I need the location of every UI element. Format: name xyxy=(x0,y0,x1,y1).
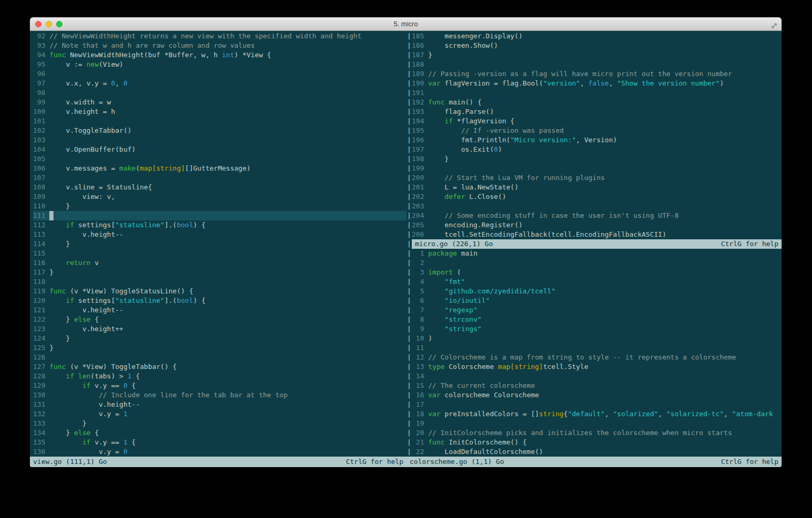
code-line[interactable]: 116 return v xyxy=(33,258,407,268)
code-line[interactable]: 125} xyxy=(33,343,407,353)
code-line[interactable]: 132 v.y = 1 xyxy=(33,409,407,419)
zoom-button[interactable] xyxy=(56,21,62,27)
code-line[interactable]: 113 v.height-- xyxy=(33,230,407,239)
code-line[interactable]: 121 v.height-- xyxy=(33,305,407,315)
code-line[interactable]: 126 xyxy=(33,353,407,362)
code-line[interactable]: 122 } else { xyxy=(33,315,407,324)
code-line[interactable]: 194 if *flagVersion { xyxy=(412,117,782,126)
code-line[interactable]: 190var flagVersion = flag.Bool("version"… xyxy=(412,79,782,88)
code-line[interactable]: 119func (v *View) ToggleStatusLine() { xyxy=(33,287,407,296)
code-line[interactable]: 203 xyxy=(412,202,782,211)
code-line[interactable]: 128 if len(tabs) > 1 { xyxy=(33,372,407,381)
code-line[interactable]: 198 } xyxy=(412,154,782,164)
editor-pane-view[interactable]: 92// NewViewWidthHeight returns a new vi… xyxy=(30,31,407,457)
code-line[interactable]: 110 } xyxy=(33,202,407,211)
code-line[interactable]: 94func NewViewWidthHeight(buf *Buffer, w… xyxy=(33,50,407,60)
code-line[interactable]: 12// Colorscheme is a map from string to… xyxy=(412,353,782,362)
code-line[interactable]: 22 LoadDefaultColorscheme() xyxy=(412,447,782,457)
code-line[interactable]: 134 } else { xyxy=(33,428,407,438)
code-line[interactable]: 133 } xyxy=(33,419,407,428)
window-titlebar[interactable]: 5. micro xyxy=(30,17,782,31)
code-line[interactable]: 193 flag.Parse() xyxy=(412,107,782,117)
code-line[interactable]: 93// Note that w and h are raw column an… xyxy=(33,41,407,50)
code-line[interactable]: 95 v := new(View) xyxy=(33,60,407,69)
code-line[interactable]: 92// NewViewWidthHeight returns a new vi… xyxy=(33,31,407,41)
code-line[interactable]: 130 // Include one line for the tab bar … xyxy=(33,390,407,400)
editor-pane-micro[interactable]: 185 messenger.Display()186 screen.Show()… xyxy=(412,31,782,239)
code-line[interactable]: 11 xyxy=(412,343,782,353)
minimize-button[interactable] xyxy=(46,21,52,27)
code-line[interactable]: 135 if v.y == 1 { xyxy=(33,438,407,447)
code-line[interactable]: 186 screen.Show() xyxy=(412,41,782,50)
code-text: if settings["statusline"].(bool) { xyxy=(49,221,205,229)
code-line[interactable]: 1package main xyxy=(412,249,782,258)
code-line[interactable]: 127func (v *View) ToggleTabbar() { xyxy=(33,362,407,372)
code-line[interactable]: 120 if settings["statusline"].(bool) { xyxy=(33,296,407,305)
close-button[interactable] xyxy=(35,21,41,27)
code-line[interactable]: 101 xyxy=(33,117,407,126)
code-line[interactable]: 102 v.ToggleTabbar() xyxy=(33,126,407,135)
code-line[interactable]: 201 L = lua.NewState() xyxy=(412,183,782,192)
code-line[interactable]: 8 "strconv" xyxy=(412,315,782,324)
code-line[interactable]: 131 v.height-- xyxy=(33,400,407,409)
code-line[interactable]: 100 v.height = h xyxy=(33,107,407,117)
code-line[interactable]: 14 xyxy=(412,372,782,381)
code-line[interactable]: 124 } xyxy=(33,334,407,343)
code-line[interactable]: 202 defer L.Close() xyxy=(412,192,782,202)
code-line[interactable]: 19 xyxy=(412,419,782,428)
code-line[interactable]: 106 v.messages = make(map[string][]Gutte… xyxy=(33,164,407,173)
code-line[interactable]: 195 // If -version was passed xyxy=(412,126,782,135)
code-line[interactable]: 136 v.y = 0 xyxy=(33,447,407,457)
code-line[interactable]: 7 "regexp" xyxy=(412,305,782,315)
code-line[interactable]: 4 "fmt" xyxy=(412,277,782,287)
code-line[interactable]: 21func InitColorscheme() { xyxy=(412,438,782,447)
code-line[interactable]: 188 xyxy=(412,60,782,69)
code-line[interactable]: 200 // Start the Lua VM for running plug… xyxy=(412,173,782,183)
code-line[interactable]: 189// Passing -version as a flag will ha… xyxy=(412,69,782,79)
editor-right-column: 185 messenger.Display()186 screen.Show()… xyxy=(412,31,782,457)
code-line[interactable]: 117} xyxy=(33,268,407,277)
code-line[interactable]: 96 xyxy=(33,69,407,79)
code-line[interactable]: 2 xyxy=(412,258,782,268)
code-line[interactable]: 105 xyxy=(33,154,407,164)
code-line[interactable]: 9 "strings" xyxy=(412,324,782,334)
code-line[interactable]: 187} xyxy=(412,50,782,60)
code-line[interactable]: 192func main() { xyxy=(412,98,782,107)
code-line[interactable]: 20// InitColorscheme picks and initializ… xyxy=(412,428,782,438)
code-line[interactable]: 197 os.Exit(0) xyxy=(412,145,782,154)
code-line[interactable]: 205 encoding.Register() xyxy=(412,220,782,230)
code-line[interactable]: 115 xyxy=(33,249,407,258)
code-line[interactable]: 108 v.sline = Statusline{ xyxy=(33,183,407,192)
code-line[interactable]: 13type Colorscheme map[string]tcell.Styl… xyxy=(412,362,782,372)
code-line[interactable]: 204 // Some encoding stuff in case the u… xyxy=(412,211,782,220)
code-line[interactable]: 98 xyxy=(33,88,407,98)
code-line[interactable]: 107 xyxy=(33,173,407,183)
code-line[interactable]: 104 v.OpenBuffer(buf) xyxy=(33,145,407,154)
code-line[interactable]: 123 v.height++ xyxy=(33,324,407,334)
code-line[interactable]: 199 xyxy=(412,164,782,173)
code-line[interactable]: 111 xyxy=(33,211,407,220)
code-line[interactable]: 99 v.width = w xyxy=(33,98,407,107)
resize-icon[interactable] xyxy=(771,21,777,31)
code-line[interactable]: 112 if settings["statusline"].(bool) { xyxy=(33,220,407,230)
code-line[interactable]: 10) xyxy=(412,334,782,343)
code-line[interactable]: 97 v.x, v.y = 0, 0 xyxy=(33,79,407,88)
code-line[interactable]: 114 } xyxy=(33,239,407,249)
code-line[interactable]: 185 messenger.Display() xyxy=(412,31,782,41)
code-line[interactable]: 109 view: v, xyxy=(33,192,407,202)
code-line[interactable]: 18var preInstalledColors = []string{"def… xyxy=(412,409,782,419)
code-line[interactable]: 118 xyxy=(33,277,407,287)
code-line[interactable]: 16var colorscheme Colorscheme xyxy=(412,390,782,400)
code-line[interactable]: 17 xyxy=(412,400,782,409)
code-text: if v.y == 1 { xyxy=(49,438,135,446)
code-line[interactable]: 191 xyxy=(412,88,782,98)
code-line[interactable]: 6 "io/ioutil" xyxy=(412,296,782,305)
code-line[interactable]: 206 tcell.SetEncodingFallback(tcell.Enco… xyxy=(412,230,782,239)
code-line[interactable]: 129 if v.y == 0 { xyxy=(33,381,407,390)
code-line[interactable]: 103 xyxy=(33,135,407,145)
editor-pane-colorscheme[interactable]: 1package main23import (4 "fmt"5 "github.… xyxy=(412,249,782,457)
code-line[interactable]: 5 "github.com/zyedidia/tcell" xyxy=(412,287,782,296)
code-line[interactable]: 3import ( xyxy=(412,268,782,277)
code-line[interactable]: 15// The current colorscheme xyxy=(412,381,782,390)
code-line[interactable]: 196 fmt.Println("Micro version:", Versio… xyxy=(412,135,782,145)
